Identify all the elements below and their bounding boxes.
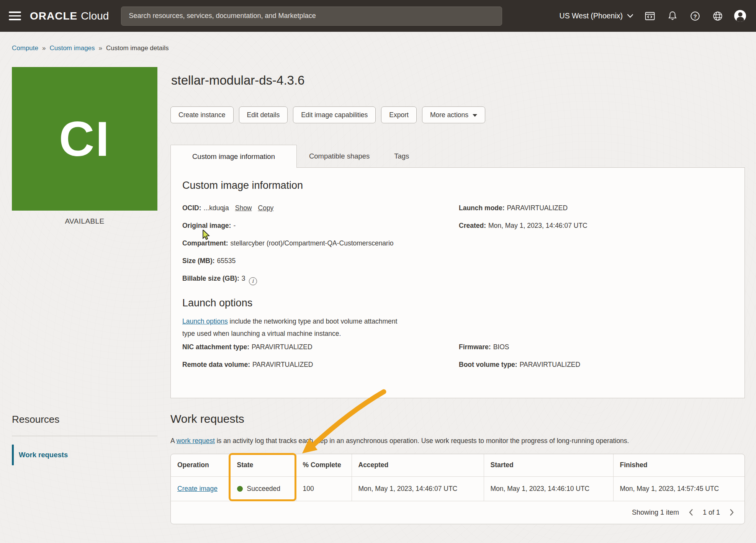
status-label: AVAILABLE (12, 217, 157, 226)
language-globe-icon[interactable] (712, 10, 724, 22)
active-indicator-bar (12, 445, 14, 465)
edit-details-button[interactable]: Edit details (239, 106, 288, 123)
custom-image-thumbnail: CI (12, 67, 157, 211)
breadcrumb-separator: » (42, 44, 46, 52)
work-requests-table-card: Operation State % Complete Accepted Star… (170, 454, 745, 524)
table-row: Create image Succeeded 100 Mon, May 1, 2… (171, 476, 745, 501)
started-value: Mon, May 1, 2023, 14:46:10 UTC (484, 476, 613, 501)
state-cell: Succeeded (237, 485, 291, 493)
col-started: Started (484, 454, 613, 476)
work-requests-title: Work requests (170, 412, 745, 426)
ocid-show-link[interactable]: Show (235, 204, 252, 212)
resources-divider (12, 436, 157, 436)
create-instance-button[interactable]: Create instance (170, 106, 234, 123)
image-card: CI AVAILABLE (12, 67, 157, 226)
field-size-mb: Size (MB):65535 (182, 257, 459, 265)
main-content: stellar-modular-ds-4.3.6 Create instance… (170, 61, 745, 524)
caret-down-icon (473, 114, 477, 117)
field-original-image: Original image:- (182, 221, 459, 230)
more-actions-label: More actions (430, 111, 468, 119)
resources-sidebar: Resources Work requests (12, 414, 157, 465)
field-ocid: OCID:...kduqjaShowCopy (182, 204, 459, 212)
cloud-shell-icon[interactable] (644, 10, 656, 22)
svg-text:?: ? (693, 13, 697, 19)
breadcrumb-custom-images[interactable]: Custom images (49, 44, 95, 52)
work-request-link[interactable]: work request (177, 437, 215, 445)
percent-complete-value: 100 (296, 476, 352, 501)
breadcrumb-current: Custom image details (106, 44, 169, 52)
ocid-copy-link[interactable]: Copy (258, 204, 274, 212)
col-state: State (230, 454, 296, 476)
field-boot-volume-type: Boot volume type:PARAVIRTUALIZED (459, 360, 733, 369)
launch-options-link[interactable]: Launch options (182, 317, 228, 325)
logo-cloud: Cloud (81, 10, 109, 22)
resources-title: Resources (12, 414, 157, 425)
tab-tags[interactable]: Tags (382, 145, 421, 167)
topbar: ORACLE Cloud US West (Phoenix) (0, 0, 756, 32)
edit-image-capabilities-button[interactable]: Edit image capabilities (293, 106, 376, 123)
launch-section-title: Launch options (182, 297, 459, 309)
logo-oracle: ORACLE (30, 10, 77, 22)
launch-fields: NIC attachment type:PARAVIRTUALIZED Remo… (182, 343, 733, 378)
col-percent-complete: % Complete (296, 454, 352, 476)
sidebar-item-label: Work requests (19, 445, 68, 465)
work-requests-description: A work request is an activity log that t… (170, 437, 745, 445)
field-nic-attachment-type: NIC attachment type:PARAVIRTUALIZED (182, 343, 459, 351)
accepted-value: Mon, May 1, 2023, 14:46:07 UTC (352, 476, 484, 501)
oracle-cloud-logo: ORACLE Cloud (30, 10, 109, 22)
field-firmware: Firmware:BIOS (459, 343, 733, 351)
info-fields: OCID:...kduqjaShowCopy Original image:- … (182, 204, 733, 343)
export-button[interactable]: Export (381, 106, 417, 123)
image-initials: CI (59, 111, 110, 167)
sidebar-item-work-requests[interactable]: Work requests (12, 445, 157, 465)
previous-page-icon[interactable] (687, 508, 695, 517)
showing-count: Showing 1 item (632, 509, 679, 517)
succeeded-status-dot (237, 486, 243, 492)
field-compartment: Compartment:stellarcyber (root)/Compartm… (182, 239, 459, 247)
col-finished: Finished (613, 454, 745, 476)
field-created: Created:Mon, May 1, 2023, 14:46:07 UTC (459, 221, 733, 230)
oracle-cloud-console: { "theme": { "topbar-bg": "#342F2B", "ac… (0, 0, 756, 543)
field-remote-data-volume: Remote data volume:PARAVIRTUALIZED (182, 360, 459, 369)
state-value: Succeeded (247, 485, 281, 493)
col-accepted: Accepted (352, 454, 484, 476)
breadcrumb-compute[interactable]: Compute (12, 44, 38, 52)
action-buttons: Create instance Edit details Edit image … (170, 106, 745, 123)
page-title: stellar-modular-ds-4.3.6 (171, 73, 745, 88)
notifications-icon[interactable] (666, 10, 679, 22)
info-panel: Custom image information OCID:...kduqjaS… (170, 168, 745, 398)
search-input[interactable] (121, 7, 502, 26)
next-page-icon[interactable] (728, 508, 736, 517)
work-requests-table: Operation State % Complete Accepted Star… (171, 454, 745, 501)
finished-value: Mon, May 1, 2023, 14:57:45 UTC (613, 476, 745, 501)
tab-custom-image-information[interactable]: Custom image information (170, 145, 297, 168)
info-icon[interactable]: i (249, 277, 257, 285)
tab-compatible-shapes[interactable]: Compatible shapes (297, 145, 382, 167)
detail-tabs: Custom image information Compatible shap… (170, 145, 745, 168)
table-header-row: Operation State % Complete Accepted Star… (171, 454, 745, 476)
field-launch-mode: Launch mode:PARAVIRTUALIZED (459, 204, 733, 212)
col-operation: Operation (171, 454, 230, 476)
help-icon[interactable]: ? (689, 10, 701, 22)
breadcrumb: Compute » Custom images » Custom image d… (12, 44, 169, 52)
field-billable-size: Billable size (GB):3i (182, 274, 459, 285)
region-selector[interactable]: US West (Phoenix) (560, 11, 633, 20)
region-label: US West (Phoenix) (560, 11, 623, 20)
more-actions-button[interactable]: More actions (422, 106, 485, 123)
menu-icon[interactable] (7, 8, 23, 24)
chevron-down-icon (627, 14, 633, 18)
page-indicator: 1 of 1 (703, 509, 720, 517)
topbar-right: US West (Phoenix) ? (560, 10, 746, 22)
create-image-link[interactable]: Create image (177, 485, 218, 492)
launch-description: Launch options include the networking ty… (182, 315, 400, 340)
info-section-title: Custom image information (182, 179, 733, 191)
breadcrumb-separator: » (99, 44, 102, 52)
table-footer: Showing 1 item 1 of 1 (171, 501, 745, 524)
user-avatar[interactable] (734, 10, 746, 22)
global-search (121, 7, 502, 26)
